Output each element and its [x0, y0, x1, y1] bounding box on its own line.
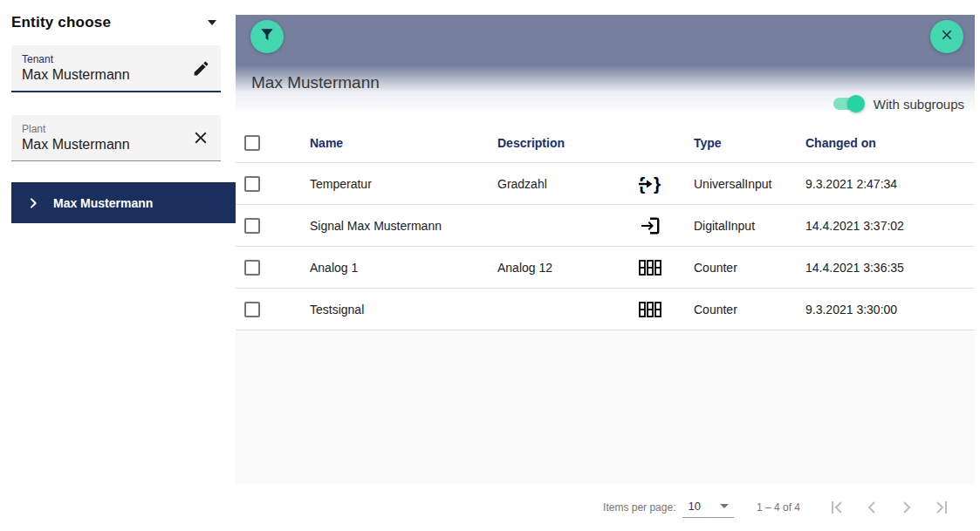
tenant-label: Tenant — [22, 53, 182, 65]
table-header-row: Name Description Type Changed on — [236, 123, 975, 163]
cell-name: Testsignal — [310, 303, 497, 317]
table-row: Analog 1 Analog 12 Counter 14.4.2021 3:3… — [236, 247, 975, 289]
select-all-checkbox[interactable] — [244, 135, 260, 151]
subgroups-control: With subgroups — [833, 95, 964, 112]
cell-name: Analog 1 — [310, 261, 497, 275]
entity-sidebar: Entity choose Tenant Max Mustermann Plan… — [0, 0, 236, 531]
signals-panel: Max Mustermann With subgroups Name Descr… — [236, 15, 975, 531]
filter-button[interactable] — [250, 20, 284, 53]
close-icon — [939, 27, 955, 46]
cell-type: DigitalInput — [694, 219, 805, 233]
svg-text:}: } — [654, 174, 661, 194]
col-header-type: Type — [694, 136, 805, 150]
chevron-left-icon — [861, 497, 882, 518]
cell-changed-on: 14.4.2021 3:36:35 — [805, 261, 975, 275]
cell-name: Temperatur — [310, 177, 497, 191]
signals-table: Name Description Type Changed on Tempera… — [236, 123, 975, 330]
panel-title: Max Mustermann — [251, 73, 975, 92]
first-page-button[interactable] — [819, 490, 854, 525]
col-header-description: Description — [497, 136, 607, 150]
universal-input-icon: { } — [607, 173, 694, 195]
close-button[interactable] — [930, 20, 963, 53]
cell-changed-on: 9.3.2021 2:47:34 — [805, 177, 975, 191]
plant-field: Plant Max Mustermann — [11, 115, 221, 161]
row-checkbox[interactable] — [244, 260, 260, 276]
counter-icon — [607, 258, 694, 277]
cell-type: Counter — [694, 261, 805, 275]
col-header-name: Name — [310, 136, 497, 150]
last-page-icon — [931, 497, 952, 518]
digital-input-icon — [607, 215, 694, 236]
pager-buttons — [819, 490, 959, 525]
collapse-caret-icon[interactable] — [208, 20, 216, 25]
page-range-label: 1 – 4 of 4 — [757, 501, 800, 514]
toggle-knob — [847, 95, 865, 112]
cell-changed-on: 9.3.2021 3:30:00 — [805, 303, 975, 317]
table-row: Testsignal Counter 9.3.2021 3:30:00 — [236, 289, 975, 330]
plant-value: Max Mustermann — [22, 137, 182, 153]
tree-item-label: Max Mustermann — [53, 196, 153, 210]
tenant-field: Tenant Max Mustermann — [11, 45, 221, 92]
last-page-button[interactable] — [924, 490, 959, 525]
col-header-changed-on: Changed on — [805, 136, 975, 150]
edit-icon[interactable] — [189, 57, 212, 79]
tenant-value: Max Mustermann — [22, 67, 182, 83]
page-size-select[interactable]: 10 — [682, 497, 733, 518]
next-page-button[interactable] — [889, 490, 924, 525]
row-checkbox[interactable] — [244, 302, 260, 317]
counter-icon — [607, 300, 694, 319]
chevron-right-icon — [896, 497, 917, 518]
cell-type: Counter — [694, 303, 805, 317]
subgroups-toggle[interactable] — [833, 95, 865, 112]
table-empty-area — [236, 330, 975, 484]
row-checkbox[interactable] — [244, 176, 260, 192]
table-row: Signal Max Mustermann DigitalInput 14.4.… — [236, 205, 975, 247]
cell-type: UniversalInput — [694, 177, 805, 191]
panel-topbar — [236, 15, 975, 65]
filter-icon — [258, 26, 276, 47]
chevron-right-icon — [26, 196, 40, 210]
previous-page-button[interactable] — [854, 490, 889, 525]
cell-description: Analog 12 — [497, 261, 607, 275]
row-checkbox[interactable] — [244, 218, 260, 234]
sidebar-header: Entity choose — [11, 14, 216, 31]
cell-changed-on: 14.4.2021 3:37:02 — [805, 219, 975, 233]
first-page-icon — [826, 497, 847, 518]
table-row: Temperatur Gradzahl { } UniversalInput 9… — [236, 163, 975, 205]
sidebar-item-max-mustermann[interactable]: Max Mustermann — [11, 182, 236, 223]
paginator: Items per page: 10 1 – 4 of 4 — [236, 484, 975, 531]
page-size-value: 10 — [688, 500, 700, 513]
subgroups-label: With subgroups — [874, 97, 964, 112]
cell-description: Gradzahl — [497, 177, 607, 191]
select-caret-icon — [720, 504, 729, 508]
cell-name: Signal Max Mustermann — [310, 219, 497, 233]
items-per-page-label: Items per page: — [603, 501, 675, 514]
clear-icon[interactable] — [189, 126, 212, 149]
plant-label: Plant — [22, 123, 182, 135]
sidebar-title: Entity choose — [11, 14, 111, 31]
